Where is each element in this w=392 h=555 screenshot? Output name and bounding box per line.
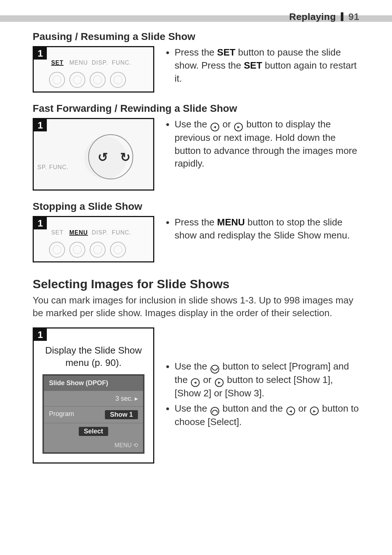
text: Use the [175, 361, 210, 372]
selecting-caption: Display the Slide Show menu (p. 90). [34, 328, 153, 374]
text: Use the [175, 119, 210, 130]
running-head-label: Replaying 91 [289, 11, 359, 23]
text: Press the [175, 47, 217, 58]
stopping-heading: Stopping a Slide Show [33, 201, 359, 212]
pausing-row: 1 SET MENU DISP. FUNC. Press the SET but… [33, 46, 359, 93]
lcd-title-row: Slide Show (DPOF) [44, 376, 143, 391]
lcd-title: Slide Show (DPOF) [49, 379, 108, 387]
func-label: FUNC. [112, 229, 131, 236]
selecting-intro: You can mark images for inclusion in sli… [33, 294, 359, 319]
ffwd-diagram: 1 ↺ ↻ SP. FUNC. [33, 118, 154, 191]
disp-label: DISP. [91, 229, 108, 236]
pausing-heading: Pausing / Resuming a Slide Show [33, 31, 359, 42]
pausing-bullet: Press the SET button to pause the slide … [166, 46, 359, 85]
stopping-step-number: 1 [34, 217, 47, 229]
lcd-program-row: Program Show 1 [44, 406, 143, 423]
dial-icon [110, 72, 126, 88]
right-arrow-icon: ↻ [120, 150, 130, 164]
text: or [296, 403, 310, 414]
text: or [200, 374, 214, 385]
pausing-step-number: 1 [34, 47, 47, 60]
text: button and the [220, 403, 286, 414]
dial-icon [49, 242, 65, 258]
right-button-icon [215, 378, 224, 387]
func-label: FUNC. [112, 60, 131, 66]
lcd-screen: Slide Show (DPOF) 3 sec. ▸ Program Show … [42, 374, 144, 454]
right-button-icon [234, 123, 243, 131]
selecting-diagram: 1 Display the Slide Show menu (p. 90). S… [33, 327, 154, 464]
corner-label: SP. FUNC. [37, 164, 69, 171]
text: Use the [175, 403, 210, 414]
pausing-diagram: 1 SET MENU DISP. FUNC. [33, 46, 154, 93]
right-button-icon [310, 407, 319, 415]
menu-label: MENU [69, 229, 88, 236]
dial-icon [90, 72, 106, 88]
dial-icon [90, 242, 106, 258]
lcd-footer: MENU ⟲ [44, 440, 143, 452]
manual-page: Replaying 91 Pausing / Resuming a Slide … [0, 0, 392, 555]
caption-line1: Display the Slide Show [45, 345, 142, 356]
ffwd-heading: Fast Forwarding / Rewinding a Slide Show [33, 103, 359, 114]
left-button-icon [211, 123, 219, 131]
text: Press the [175, 217, 217, 228]
lcd-time-row: 3 sec. ▸ [44, 391, 143, 406]
lcd-program-label: Program [49, 410, 74, 419]
page-number: 91 [348, 11, 359, 22]
dial-icon [110, 242, 126, 258]
lcd-show-value: Show 1 [105, 410, 138, 419]
set-strong: SET [244, 60, 262, 71]
disp-label: DISP. [91, 60, 108, 66]
stopping-row: 1 SET MENU DISP. FUNC. Press the MENU bu… [33, 216, 359, 262]
left-arrow-icon: ↺ [98, 150, 108, 164]
selecting-step-number: 1 [34, 328, 47, 341]
lcd-select: Select [79, 427, 108, 436]
selecting-bullet-2: Use the button and the or button to choo… [166, 402, 359, 429]
selecting-bullet-1: Use the button to select [Program] and t… [166, 360, 359, 400]
ffwd-row: 1 ↺ ↻ SP. FUNC. Use the or button to dis… [33, 118, 359, 191]
dial-icon [49, 72, 65, 88]
stopping-dial-row [34, 242, 153, 261]
set-label: SET [49, 229, 66, 236]
set-label: SET [49, 60, 66, 66]
selecting-title: Selecting Images for Slide Shows [33, 277, 359, 291]
left-button-icon [286, 407, 295, 415]
stopping-bullet: Press the MENU button to stop the slide … [166, 216, 359, 242]
left-button-icon [191, 378, 200, 387]
caption-line2: menu (p. 90). [65, 357, 122, 368]
down-button-icon [211, 365, 219, 374]
selecting-row: 1 Display the Slide Show menu (p. 90). S… [33, 327, 359, 464]
ffwd-step-number: 1 [34, 119, 47, 131]
section-divider [341, 12, 343, 21]
menu-strong: MENU [217, 217, 245, 228]
stopping-diagram: 1 SET MENU DISP. FUNC. [33, 216, 154, 262]
menu-label: MENU [69, 60, 88, 66]
dial-icon [69, 242, 85, 258]
section-name: Replaying [289, 11, 336, 22]
text: button to select [Show 1], [Show 2] or [… [175, 374, 333, 399]
set-strong: SET [217, 47, 236, 58]
selecting-bullets: Use the button to select [Program] and t… [166, 360, 359, 430]
pausing-dial-row [34, 72, 153, 91]
dial-icon [69, 72, 85, 88]
pausing-bullets: Press the SET button to pause the slide … [166, 46, 359, 87]
stopping-bullets: Press the MENU button to stop the slide … [166, 216, 359, 244]
running-head: Replaying 91 [0, 0, 392, 22]
lcd-select-row: Select [44, 423, 143, 440]
text: or [220, 119, 234, 130]
up-button-icon [211, 407, 219, 416]
lcd-time: 3 sec. ▸ [115, 395, 138, 403]
ffwd-bullet: Use the or button to display the previou… [166, 118, 359, 170]
ffwd-bullets: Use the or button to display the previou… [166, 118, 359, 172]
